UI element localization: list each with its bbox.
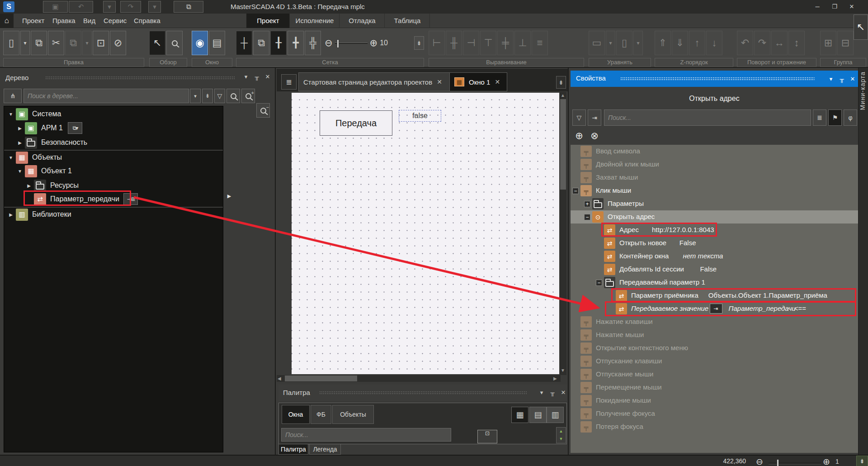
property-row-21[interactable]: ╤Получение фокуса xyxy=(571,407,858,420)
menu-item-4[interactable]: Сервис xyxy=(102,14,128,28)
cancel-parameter-button[interactable]: ⊗ xyxy=(588,128,601,143)
group-button[interactable]: ⊞ xyxy=(820,31,836,55)
props-expander-icon[interactable]: − xyxy=(572,188,579,194)
property-row-22[interactable]: ╤Потеря фокуса xyxy=(571,420,858,433)
property-row-8[interactable]: ⇄Открыть новоеFalse xyxy=(571,237,858,250)
home-button[interactable]: ⌂ xyxy=(0,14,14,28)
zoom-tool-button[interactable] xyxy=(166,31,183,55)
props-list-view-icon[interactable]: ≣ xyxy=(813,109,826,126)
property-row-16[interactable]: ╤Открытие контекстного меню xyxy=(571,342,858,355)
spinner-up-icon[interactable]: ▲ xyxy=(557,428,566,435)
palette-close-icon[interactable]: ✕ xyxy=(559,387,568,397)
palette-item-preview[interactable]: ⊡ xyxy=(477,430,497,443)
tree-expander-icon[interactable]: ▶ xyxy=(8,212,14,217)
tree-search-dropdown-icon[interactable]: ▾ xyxy=(190,89,201,103)
palette-drag-handle[interactable] xyxy=(319,391,527,395)
tree-item-ресурсы[interactable]: ▶Ресурсы xyxy=(4,179,223,192)
props-expander-icon[interactable]: − xyxy=(584,214,590,220)
palette-view-columns-icon[interactable]: ▥ xyxy=(547,407,564,423)
props-search-input[interactable] xyxy=(604,109,811,126)
save-button[interactable]: ▣ xyxy=(43,1,68,13)
property-row-15[interactable]: ╤Нажатие мыши xyxy=(571,328,858,342)
spinner-down-icon[interactable]: ▼ xyxy=(557,435,566,443)
properties-pin-icon[interactable]: ╥ xyxy=(837,74,846,84)
tab-window-1-close-icon[interactable]: ✕ xyxy=(495,78,500,86)
scroll-down-icon[interactable]: ▼ xyxy=(561,368,565,373)
property-row-12[interactable]: ⇄Параметр приёмникаОбъекты.Объект 1.Пара… xyxy=(571,289,858,302)
redo-button[interactable]: ↷ xyxy=(120,1,141,13)
undo-dropdown-button[interactable]: ▾ xyxy=(103,1,116,13)
select-paste-button[interactable]: ⊡ xyxy=(93,31,109,55)
palette-search-input[interactable] xyxy=(281,428,451,442)
grid-zoom-in-icon[interactable]: ⊕ xyxy=(370,38,378,48)
paste-special-button[interactable]: ⧉ xyxy=(65,31,81,55)
tree-panel-drag-handle[interactable] xyxy=(45,76,235,80)
ribbon-tab-1[interactable]: Проект xyxy=(246,14,290,28)
property-row-10[interactable]: ⇄Добавлять Id сессииFalse xyxy=(571,263,858,276)
flip-vertical-button[interactable]: ↕ xyxy=(788,31,805,55)
property-row-2[interactable]: ╤Двойной клик мыши xyxy=(571,158,858,171)
props-key-view-icon[interactable]: φ xyxy=(844,109,857,126)
align-top-button[interactable]: ⊤ xyxy=(480,31,496,55)
pointer-tool-icon[interactable]: ↖ xyxy=(854,14,868,40)
minimap-tab[interactable]: Мини-карта xyxy=(858,68,868,455)
grid-group-collapse-icon[interactable]: ⇟ xyxy=(414,36,424,50)
cut-button[interactable]: ✂ xyxy=(48,31,64,55)
canvas-button-element[interactable]: Передача xyxy=(320,110,392,136)
tree-expander-icon[interactable]: ▶ xyxy=(17,126,23,131)
props-flag-view-icon[interactable]: ⚑ xyxy=(828,109,842,126)
props-binding-filter-icon[interactable]: ⇥ xyxy=(588,109,601,126)
pointer-button[interactable]: ↖ xyxy=(149,31,165,55)
print-button[interactable]: ▤ xyxy=(209,31,225,55)
canvas-value-element[interactable]: false xyxy=(399,110,441,122)
binding-button-icon[interactable]: ⇥≣ xyxy=(123,193,138,205)
tree-item-безопасность[interactable]: ▶Безопасность xyxy=(4,136,223,149)
undo-button[interactable]: ↶ xyxy=(69,1,93,13)
paste-button[interactable]: ▯ xyxy=(3,31,19,55)
tree-panel-pin-icon[interactable]: ╥ xyxy=(252,71,261,81)
property-row-11[interactable]: −Передаваемый параметр 1 xyxy=(571,276,858,289)
flip-horizontal-button[interactable]: ↔ xyxy=(771,31,788,55)
tab-start-page-close-icon[interactable]: ✕ xyxy=(437,78,442,86)
rotate-right-button[interactable]: ↷ xyxy=(754,31,770,55)
palette-scroll-spinner[interactable]: ▲ ▼ xyxy=(556,427,566,443)
property-row-1[interactable]: ╤Ввод символа xyxy=(571,145,858,158)
properties-close-icon[interactable]: ✕ xyxy=(848,74,857,84)
props-sort-filter-icon[interactable]: ▽ xyxy=(572,109,586,126)
ribbon-tab-4[interactable]: Таблица xyxy=(385,14,430,28)
property-row-6[interactable]: −⊙Открыть адрес xyxy=(571,210,858,223)
props-expander-icon[interactable]: + xyxy=(584,201,590,207)
grid-cell-button[interactable]: ╬ xyxy=(305,31,321,55)
paste-special-dropdown-button[interactable]: ▾ xyxy=(82,31,92,55)
tree-expander-icon[interactable]: ▼ xyxy=(8,112,14,117)
property-row-7[interactable]: ⇄Адресhttp://127.0.0.1:8043 xyxy=(571,223,858,237)
palette-tab-windows[interactable]: Окна xyxy=(282,405,310,424)
tree-mode-button[interactable]: ⋔ xyxy=(4,89,22,103)
show-grid-button[interactable]: ╂ xyxy=(270,31,287,55)
tree-expander-icon[interactable]: ▼ xyxy=(8,155,14,160)
scroll-right-icon[interactable]: ▶ xyxy=(553,376,557,381)
bring-to-front-button[interactable]: ⇑ xyxy=(655,31,671,55)
property-row-13[interactable]: ⇄Передаваемое значение⇥Параметр_передачи… xyxy=(571,302,858,315)
tree-panel-close-icon[interactable]: ✕ xyxy=(263,71,272,81)
equal-width-dropdown-button[interactable]: ▾ xyxy=(606,31,615,55)
vertical-scroll-thumb[interactable] xyxy=(560,99,566,190)
tree-panel-menu-icon[interactable]: ▾ xyxy=(241,71,250,81)
palette-view-grid-icon[interactable]: ▦ xyxy=(511,407,528,423)
palette-view-table-icon[interactable]: ▤ xyxy=(529,407,547,423)
property-row-5[interactable]: +Параметры xyxy=(571,197,858,210)
tree-search-input[interactable] xyxy=(24,89,189,103)
tree-search-icon[interactable] xyxy=(226,89,240,103)
grid-zoom-thumb[interactable] xyxy=(337,39,339,48)
grid-zoom-track[interactable] xyxy=(335,43,368,44)
property-row-14[interactable]: ╤Нажатие клавиши xyxy=(571,315,858,328)
tree-filter-icon[interactable]: ▽ xyxy=(214,89,225,103)
paste-dropdown-button[interactable]: ▾ xyxy=(20,31,30,55)
tree-collapse-all-button[interactable]: ⇟ xyxy=(202,89,213,103)
tree-item-система[interactable]: ▼▣Система xyxy=(4,107,223,121)
equal-width-button[interactable]: ▭ xyxy=(589,31,605,55)
tree-search-next-icon[interactable]: + xyxy=(241,89,255,103)
props-expander-icon[interactable]: − xyxy=(596,280,602,286)
horizontal-scroll-thumb[interactable] xyxy=(285,376,357,381)
tree-item-арм-1[interactable]: ▶▣АРМ 1⧉▾ xyxy=(4,121,223,135)
